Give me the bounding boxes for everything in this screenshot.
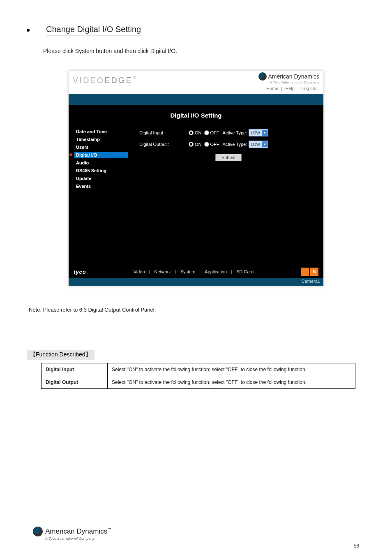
- settings-pane: Digital Input : ON OFF Active Type: LOW …: [139, 128, 318, 191]
- logo-text-a: VIDEO: [73, 76, 104, 85]
- tab-video[interactable]: Video: [134, 269, 145, 274]
- label-digital-output: Digital Output :: [139, 142, 189, 147]
- tab-application[interactable]: Application: [205, 269, 227, 274]
- radio-dot-icon: [189, 142, 194, 147]
- chevron-down-icon: ▾: [262, 141, 267, 147]
- bottom-bar: tyco Video| Network| System| Application…: [69, 266, 323, 278]
- link-help[interactable]: Help: [285, 86, 295, 91]
- bottom-tabs: Video| Network| System| Application| SD …: [134, 269, 254, 274]
- tab-network[interactable]: Network: [154, 269, 171, 274]
- select-digital-input-active-type[interactable]: LOW ▾: [249, 129, 268, 136]
- radio-dot-icon: [189, 130, 194, 135]
- brand-block: American Dynamics A Tyco International C…: [258, 72, 319, 91]
- footer-brand: American Dynamics™ A Tyco International …: [33, 527, 111, 541]
- function-described-heading: 【Function Described】: [27, 350, 95, 360]
- status-bar: Camera1: [69, 278, 323, 286]
- radio-dot-icon: [204, 130, 209, 135]
- table-row: Digital Input Select "ON" to activate th…: [42, 363, 355, 376]
- radio-digital-output-on[interactable]: ON: [189, 142, 202, 147]
- submit-button[interactable]: Submit: [215, 154, 242, 161]
- app-window: VIDEOEDGE® American Dynamics A Tyco Inte…: [69, 71, 323, 286]
- table-row: Digital Output Select "ON" to activate t…: [42, 376, 355, 389]
- panel-title: Digital I/O Setting: [74, 109, 318, 123]
- radio-digital-output-off[interactable]: OFF: [204, 142, 219, 147]
- sidebar-item-audio[interactable]: Audio: [74, 159, 128, 166]
- brand-name: American Dynamics: [268, 73, 319, 80]
- section-heading-row: Change Digital I/O Setting: [27, 25, 365, 35]
- sidebar: Date and Time Timestamp Users Digital I/…: [74, 128, 128, 191]
- sidebar-item-update[interactable]: Update: [74, 175, 128, 182]
- sidebar-item-users[interactable]: Users: [74, 144, 128, 150]
- sidebar-item-digital-io[interactable]: Digital I/O: [74, 152, 128, 158]
- note-text: Note: Please refer to 6.3 Digital Output…: [29, 307, 365, 313]
- logo-text-b: EDGE: [104, 76, 133, 85]
- tab-system[interactable]: System: [180, 269, 196, 274]
- registered-mark: ®: [133, 76, 136, 80]
- cell-desc: Select "ON" to activate the following fu…: [108, 376, 355, 389]
- chevron-down-icon: ▾: [262, 130, 267, 136]
- function-table: Digital Input Select "ON" to activate th…: [41, 363, 355, 389]
- row-digital-output: Digital Output : ON OFF Active Type: LOW…: [139, 141, 318, 148]
- brand-subtitle: A Tyco International Company: [258, 81, 319, 84]
- cell-label: Digital Input: [42, 363, 108, 376]
- cell-desc: Select "ON" to activate the following fu…: [108, 363, 355, 376]
- link-logout[interactable]: Log Out: [302, 86, 318, 91]
- brand-swirl-icon: [258, 72, 267, 81]
- brand-swirl-icon: [33, 527, 43, 536]
- camera-label: Camera1: [302, 279, 320, 284]
- instruction-text: Please click System button and then clic…: [43, 48, 365, 54]
- bullet-icon: [27, 29, 30, 32]
- main-panel: Digital I/O Setting Date and Time Timest…: [69, 105, 323, 266]
- sidebar-item-rs485[interactable]: RS485 Setting: [74, 167, 128, 174]
- cell-label: Digital Output: [42, 376, 108, 389]
- refresh-button[interactable]: ↻: [310, 268, 318, 276]
- link-home[interactable]: Home: [266, 86, 278, 91]
- radio-dot-icon: [204, 142, 209, 147]
- footer-brand-sub: A Tyco International Company: [45, 536, 95, 541]
- tyco-logo: tyco: [74, 269, 86, 275]
- select-digital-output-active-type[interactable]: LOW ▾: [249, 141, 268, 148]
- sidebar-item-date-time[interactable]: Date and Time: [74, 128, 128, 135]
- sidebar-item-events[interactable]: Events: [74, 183, 128, 190]
- radio-digital-input-off[interactable]: OFF: [204, 130, 219, 135]
- active-type-label: Active Type:: [223, 142, 247, 147]
- footer-brand-name: American Dynamics™: [45, 527, 111, 536]
- sidebar-item-timestamp[interactable]: Timestamp: [74, 136, 128, 143]
- header-links: Home | Help | Log Out: [258, 86, 319, 91]
- section-title: Change Digital I/O Setting: [46, 25, 141, 35]
- row-digital-input: Digital Input : ON OFF Active Type: LOW …: [139, 129, 318, 136]
- app-header: VIDEOEDGE® American Dynamics A Tyco Inte…: [69, 71, 323, 94]
- videoedge-logo: VIDEOEDGE®: [73, 76, 136, 85]
- top-blue-bar: [69, 94, 323, 105]
- tab-sdcard[interactable]: SD Card: [236, 269, 254, 274]
- label-digital-input: Digital Input :: [139, 130, 189, 135]
- back-button[interactable]: ←: [301, 268, 309, 276]
- radio-digital-input-on[interactable]: ON: [189, 130, 202, 135]
- active-type-label: Active Type:: [223, 130, 247, 135]
- page-number: 56: [354, 543, 359, 549]
